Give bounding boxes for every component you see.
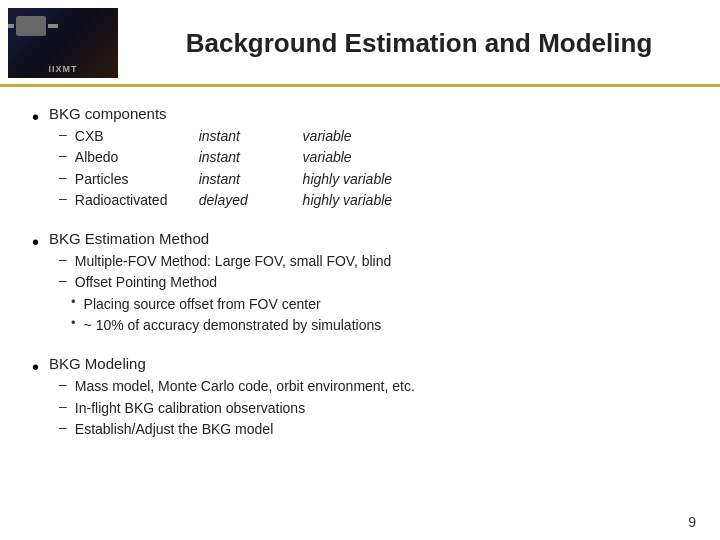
sub-item-establish: – Establish/Adjust the BKG model bbox=[59, 419, 688, 439]
particles-timing: instant bbox=[199, 169, 299, 189]
sub-item-albedo: – Albedo instant variable bbox=[59, 147, 688, 167]
bullet-dot-2: • bbox=[32, 229, 39, 255]
dash-particles: – bbox=[59, 169, 67, 185]
sub-item-radioactivated: – Radioactivated delayed highly variable bbox=[59, 190, 688, 210]
cxb-variability: variable bbox=[303, 126, 352, 146]
radioactivated-variability: highly variable bbox=[303, 190, 393, 210]
sub-item-offset: – Offset Pointing Method bbox=[59, 272, 688, 292]
logo-area: IIXMT bbox=[8, 8, 118, 78]
establish-text: Establish/Adjust the BKG model bbox=[75, 419, 273, 439]
sub-item-mass-model: – Mass model, Monte Carlo code, orbit en… bbox=[59, 376, 688, 396]
albedo-variability: variable bbox=[303, 147, 352, 167]
logo-text: IIXMT bbox=[12, 64, 114, 74]
page-number: 9 bbox=[688, 514, 696, 530]
sub-item-cxb: – CXB instant variable bbox=[59, 126, 688, 146]
inflight-text: In-flight BKG calibration observations bbox=[75, 398, 305, 418]
albedo-label: Albedo bbox=[75, 147, 195, 167]
nested-text-1: Placing source offset from FOV center bbox=[84, 294, 321, 314]
sub-item-inflight: – In-flight BKG calibration observations bbox=[59, 398, 688, 418]
main-content: • BKG components – CXB instant variable … bbox=[0, 87, 720, 467]
section-1-title: BKG components bbox=[49, 103, 688, 124]
dash-albedo: – bbox=[59, 147, 67, 163]
section-2-content: BKG Estimation Method – Multiple-FOV Met… bbox=[49, 228, 688, 335]
particles-variability: highly variable bbox=[303, 169, 393, 189]
page-title: Background Estimation and Modeling bbox=[134, 28, 704, 59]
radioactivated-label: Radioactivated bbox=[75, 190, 195, 210]
nested-item-source: • Placing source offset from FOV center bbox=[71, 294, 688, 314]
dash-radioactivated: – bbox=[59, 190, 67, 206]
cxb-label: CXB bbox=[75, 126, 195, 146]
dash-mass-model: – bbox=[59, 376, 67, 392]
nested-text-2: ~ 10% of accuracy demonstrated by simula… bbox=[84, 315, 382, 335]
multifov-text: Multiple-FOV Method: Large FOV, small FO… bbox=[75, 251, 391, 271]
particles-label: Particles bbox=[75, 169, 195, 189]
section-bkg-components: • BKG components – CXB instant variable … bbox=[32, 103, 688, 210]
nested-item-accuracy: • ~ 10% of accuracy demonstrated by simu… bbox=[71, 315, 688, 335]
section-3-content: BKG Modeling – Mass model, Monte Carlo c… bbox=[49, 353, 688, 439]
dash-multifov: – bbox=[59, 251, 67, 267]
dash-inflight: – bbox=[59, 398, 67, 414]
dash-cxb: – bbox=[59, 126, 67, 142]
mass-model-text: Mass model, Monte Carlo code, orbit envi… bbox=[75, 376, 415, 396]
albedo-timing: instant bbox=[199, 147, 299, 167]
section-bkg-modeling: • BKG Modeling – Mass model, Monte Carlo… bbox=[32, 353, 688, 439]
sub-item-particles: – Particles instant highly variable bbox=[59, 169, 688, 189]
dash-establish: – bbox=[59, 419, 67, 435]
section-bkg-estimation: • BKG Estimation Method – Multiple-FOV M… bbox=[32, 228, 688, 335]
section-2-title: BKG Estimation Method bbox=[49, 228, 688, 249]
header: IIXMT Background Estimation and Modeling bbox=[0, 0, 720, 87]
dash-offset: – bbox=[59, 272, 67, 288]
bullet-dot-1: • bbox=[32, 104, 39, 130]
section-1-content: BKG components – CXB instant variable – … bbox=[49, 103, 688, 210]
section-3-title: BKG Modeling bbox=[49, 353, 688, 374]
cxb-timing: instant bbox=[199, 126, 299, 146]
offset-text: Offset Pointing Method bbox=[75, 272, 217, 292]
nested-bullet-1: • bbox=[71, 294, 76, 309]
nested-bullet-2: • bbox=[71, 315, 76, 330]
radioactivated-timing: delayed bbox=[199, 190, 299, 210]
bullet-dot-3: • bbox=[32, 354, 39, 380]
sub-item-multifov: – Multiple-FOV Method: Large FOV, small … bbox=[59, 251, 688, 271]
